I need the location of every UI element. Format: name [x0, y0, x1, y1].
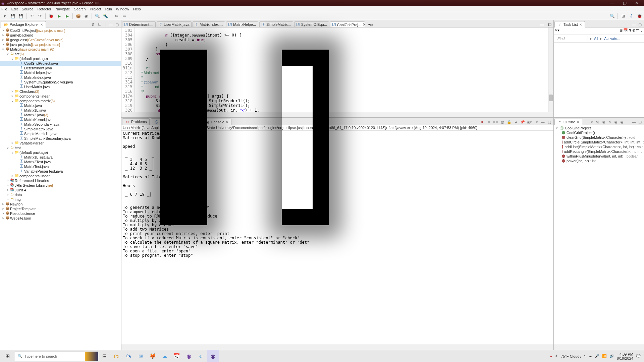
maximize-view-icon[interactable]: ▢ — [547, 119, 552, 125]
tree-row[interactable]: >🗀 data — [0, 192, 121, 197]
save-all-icon[interactable]: 💾 — [17, 13, 24, 19]
tree-row[interactable]: v🗀 src (6) — [0, 52, 121, 56]
firefox-icon[interactable]: 🦊 — [147, 350, 159, 362]
horizontal-scrollbar[interactable] — [554, 345, 644, 350]
problems-tab[interactable]: ⊘ Problems — [122, 118, 150, 125]
debug-icon[interactable]: 🐞 — [48, 13, 54, 19]
link-editor-icon[interactable]: ⇆ — [96, 22, 102, 27]
view-menu-icon[interactable]: ⋮ — [640, 28, 643, 34]
editor-body[interactable]: 303 304 305 306 307 308 309 310 311⊖ 312… — [121, 27, 553, 112]
minimize-view-icon[interactable]: — — [540, 119, 545, 125]
menu-window[interactable]: Window — [116, 7, 129, 11]
tree-row[interactable]: >📦 Newton — [0, 202, 121, 206]
categorize-icon[interactable]: ⊞ — [620, 28, 623, 34]
tree-row[interactable]: >📁 components.linear — [0, 94, 121, 99]
console-tab[interactable]: ▣ Console ✕ — [202, 119, 231, 125]
view-menu-icon[interactable]: ⋮ — [625, 119, 631, 125]
javadoc-tab[interactable]: @ Javadoc — [151, 118, 177, 125]
tree-row[interactable]: 🄹 MatrixIndex.java — [0, 75, 121, 80]
console-body[interactable]: Current Matrices: Matrices of Doubles: S… — [121, 131, 553, 345]
menu-navigate[interactable]: Navigate — [55, 7, 70, 11]
open-console-icon[interactable]: +▾ — [533, 119, 539, 125]
tree-row[interactable]: >📁 Checkers (3) — [0, 89, 121, 94]
task-find-input[interactable] — [556, 36, 588, 41]
open-type-icon[interactable]: 🔍 — [94, 13, 101, 19]
minimize-view-icon[interactable]: — — [631, 22, 637, 27]
tree-row[interactable]: v🗀 test — [0, 145, 121, 150]
overflow-tabs-icon[interactable]: »₂₂ — [366, 21, 375, 27]
calendar-icon[interactable]: 📅 — [171, 350, 183, 362]
tree-row[interactable]: 🄹 UserMatrix.java — [0, 84, 121, 89]
collapse-all-icon[interactable]: ⇈ — [636, 28, 639, 34]
menu-edit[interactable]: Edit — [11, 7, 18, 11]
outline-method[interactable]: addRectangle(SimpleMatrix<Character>, in… — [554, 149, 643, 154]
outline-method[interactable]: CoolGridProject() — [554, 130, 643, 135]
sort-icon[interactable]: a↓ — [595, 119, 600, 125]
schedule-icon[interactable]: 📅 — [623, 28, 628, 34]
open-perspective-icon[interactable]: ⊞ — [620, 13, 627, 19]
java-perspective-icon[interactable]: J — [628, 13, 635, 19]
debug-perspective-icon[interactable]: 🐞 — [636, 13, 643, 19]
remove-all-icon[interactable]: ✕✕ — [493, 119, 498, 125]
tree-row[interactable]: v📁 (default package) — [0, 56, 121, 61]
minimize-button[interactable]: — — [606, 1, 619, 5]
vscode-icon[interactable]: ⟐ — [195, 350, 207, 362]
display-console-icon[interactable]: ▣▾ — [527, 119, 532, 125]
vertical-scrollbar[interactable] — [548, 27, 553, 112]
start-button[interactable]: ⊞ — [0, 350, 15, 362]
outline-method[interactable]: addCircle(SimpleMatrix<Character>, int, … — [554, 140, 643, 144]
scroll-lock-icon[interactable]: 🔒 — [506, 119, 512, 125]
tree-row[interactable]: >📚 JRE System Library [jre] — [0, 183, 121, 188]
tree-row[interactable]: 🄹 MatrixHelper.java — [0, 70, 121, 75]
search-icon[interactable]: 🔦 — [102, 13, 109, 19]
maximize-view-icon[interactable]: ▢ — [114, 22, 120, 27]
tree-row[interactable]: >🗀 img — [0, 197, 121, 202]
tree-row[interactable]: 🄹 Matrix1L.java — [0, 108, 121, 113]
chevron-up-icon[interactable]: ^ — [584, 354, 586, 358]
close-icon[interactable]: ✕ — [226, 120, 228, 124]
save-icon[interactable]: 💾 — [9, 13, 16, 19]
tree-row[interactable]: >📁 VariableParser — [0, 141, 121, 145]
menu-source[interactable]: Source — [22, 7, 34, 11]
tree-row[interactable]: >📦 ProjectTemplate — [0, 206, 121, 211]
tree-row[interactable]: >📦 geoguessr [GeoGuessServer main] — [0, 38, 121, 42]
menu-file[interactable]: File — [1, 7, 7, 11]
outline-method[interactable]: withinPlusMinusInterval(int, int, int) :… — [554, 154, 643, 159]
clear-console-icon[interactable]: 🗑 — [500, 119, 505, 125]
tree-row[interactable]: 🄹 MatrixSecondary.java — [0, 122, 121, 127]
tree-row[interactable]: v📦 Matrix [java-projects main] (6) — [0, 47, 121, 52]
minimize-view-icon[interactable]: — — [631, 119, 637, 125]
file-explorer-icon[interactable]: 🗂 — [110, 350, 122, 362]
onedrive-tray-icon[interactable]: ☁ — [588, 354, 592, 358]
outline-method[interactable]: addLine(SimpleMatrix<Character>, int, in… — [554, 144, 643, 149]
horizontal-scrollbar[interactable] — [121, 112, 553, 117]
outline-tab[interactable]: ≡ Outline ✕ — [554, 119, 582, 125]
mic-icon[interactable]: 🎤 — [595, 354, 599, 358]
coverage-icon[interactable]: ▶ — [64, 13, 70, 19]
menu-refactor[interactable]: Refactor — [38, 7, 52, 11]
close-icon[interactable]: ✕ — [40, 23, 43, 26]
remove-launch-icon[interactable]: ✕ — [486, 119, 492, 125]
menu-search[interactable]: Search — [74, 7, 86, 11]
tree-row[interactable]: >📦 WebsiteJson — [0, 216, 121, 221]
maximize-button[interactable]: ▢ — [619, 1, 631, 5]
close-icon[interactable]: ✕ — [577, 120, 579, 124]
notifications-icon[interactable]: 💬 — [636, 354, 641, 358]
maximize-view-icon[interactable]: ▢ — [637, 119, 643, 125]
undo-icon[interactable]: ↶ — [29, 13, 35, 19]
terminate-icon[interactable]: ■ — [480, 119, 485, 125]
tree-row[interactable]: >📚 JUnit 4 — [0, 188, 121, 192]
focus-icon[interactable]: ↯ — [629, 28, 632, 34]
tree-row[interactable]: >📦 java-projects [java-projects main] — [0, 42, 121, 47]
pin-console-icon[interactable]: 📌 — [520, 119, 525, 125]
outline-method[interactable]: clearGrid(SimpleMatrix<Character>) : voi… — [554, 135, 643, 140]
onedrive-icon[interactable]: ☁ — [159, 350, 171, 362]
minimize-editor-icon[interactable]: — — [538, 22, 546, 27]
tree-row[interactable]: v📁 (default package) — [0, 150, 121, 155]
close-icon[interactable]: ✕ — [579, 23, 582, 26]
tree-row[interactable]: >📦 Pseudoscience — [0, 211, 121, 216]
back-icon[interactable]: ⇦ — [113, 13, 120, 19]
hide-icon[interactable]: ⊗ — [632, 28, 635, 34]
tree-row[interactable]: >📚 Referenced Libraries — [0, 178, 121, 183]
new-task-icon[interactable]: ✎▾ — [554, 28, 559, 34]
